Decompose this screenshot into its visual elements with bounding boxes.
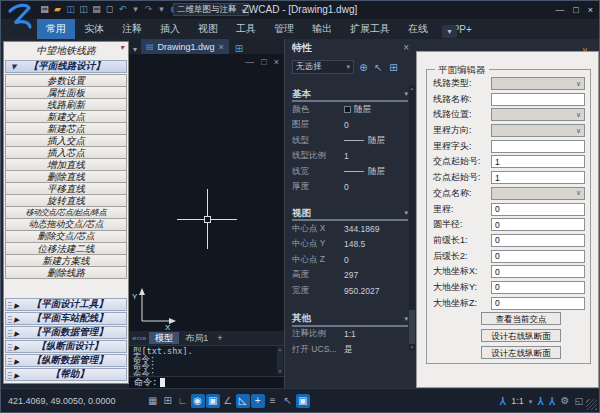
property-row[interactable]: 中心点 X 344.1869 xyxy=(285,221,416,237)
scrollbar-thumb[interactable] xyxy=(409,310,415,344)
property-row[interactable]: 中心点 Y 148.5 xyxy=(285,237,416,253)
property-row[interactable]: 高度 297 xyxy=(285,268,416,284)
field-control[interactable]: 0 ∨ xyxy=(491,297,585,310)
workspace-select[interactable]: 二维草图与注释 xyxy=(173,3,249,16)
field-control[interactable]: ∨ xyxy=(491,93,585,106)
mdi-minimize-button[interactable]: — xyxy=(245,57,254,67)
editor-button[interactable]: 查看当前交点 xyxy=(481,312,561,325)
command-scrollbar[interactable]: ▴▾ xyxy=(277,347,283,374)
ribbon-more-button[interactable] xyxy=(442,25,457,38)
panel-collapse-icon[interactable] xyxy=(579,39,591,51)
close-button[interactable]: × xyxy=(588,5,593,15)
field-control[interactable]: 1 ∨ xyxy=(491,155,585,168)
dynamic-input-icon[interactable]: + xyxy=(251,394,265,408)
property-row[interactable]: 宽度 950.2027 xyxy=(285,283,416,299)
editor-button[interactable]: 设计左线纵断面 xyxy=(481,346,561,359)
tab-list-icon[interactable] xyxy=(129,38,141,56)
field-control[interactable]: ∨ xyxy=(491,108,585,121)
field-control[interactable]: ∨ xyxy=(491,140,585,153)
print-icon[interactable]: ▤ xyxy=(91,3,102,16)
undo-caret-icon[interactable]: ▾ xyxy=(130,3,141,16)
field-control[interactable]: 0 ∨ xyxy=(491,203,585,216)
field-control[interactable]: ∨ xyxy=(491,187,585,200)
command-input[interactable]: 命令: xyxy=(129,376,284,388)
redo-caret-icon[interactable]: ▾ xyxy=(156,3,167,16)
ribbon-tab[interactable]: 输出 xyxy=(303,19,341,39)
section-basic-header[interactable]: 基本 xyxy=(292,88,408,102)
field-control[interactable]: ∨ xyxy=(491,77,585,90)
property-row[interactable]: 注释比例 1:1 xyxy=(285,327,416,343)
command-history[interactable]: 型[txt.shx].命令:命令:命令: xyxy=(129,345,284,376)
property-row[interactable]: 打开 UCS... 是 xyxy=(285,342,416,358)
ribbon-tab[interactable]: 常用 xyxy=(37,19,75,39)
ribbon-tab[interactable]: 插入 xyxy=(151,19,189,39)
section-plane-alignment-design[interactable]: 【平面线路设计】 xyxy=(5,60,127,73)
palette-button[interactable]: 删除线路 xyxy=(5,266,127,279)
chevron-down-icon[interactable] xyxy=(529,396,533,406)
settings-gear-icon[interactable] xyxy=(561,395,570,406)
minimize-button[interactable]: — xyxy=(555,5,564,15)
annotation-autoscale-icon[interactable] xyxy=(549,395,556,406)
grid-snap-icon[interactable]: ⊞ xyxy=(161,394,175,408)
property-row[interactable]: 线宽 随层 xyxy=(285,164,416,180)
section-other-header[interactable]: 其他 xyxy=(292,313,408,327)
selection-dropdown[interactable]: 无选择 xyxy=(292,60,354,74)
collapsed-section[interactable]: 【平面数据管理】 xyxy=(5,326,127,339)
resize-grip[interactable] xyxy=(586,399,597,410)
field-control[interactable]: 0 ∨ xyxy=(491,281,585,294)
property-row[interactable]: 线型比例 1 xyxy=(285,149,416,165)
collapsed-section[interactable]: 【平面设计工具】 xyxy=(5,298,127,311)
properties-close-icon[interactable] xyxy=(403,42,409,53)
mdi-restore-button[interactable]: □ xyxy=(261,57,266,67)
undo-icon[interactable]: ↶ xyxy=(117,3,128,16)
property-row[interactable]: 线型 随层 xyxy=(285,133,416,149)
ribbon-tab[interactable]: 工具 xyxy=(227,19,265,39)
ribbon-tab[interactable]: 管理 xyxy=(265,19,303,39)
tab-close-icon[interactable] xyxy=(219,42,224,52)
selection-cycling-icon[interactable]: ↖ xyxy=(281,394,295,408)
drawing-canvas[interactable]: Drawing1.dwg — □ × Y X xyxy=(129,39,284,388)
collapsed-section[interactable]: 【纵断数据管理】 xyxy=(5,354,127,367)
quick-select-icon[interactable]: ⊞ xyxy=(387,61,400,74)
property-row[interactable]: 厚度 0 xyxy=(285,180,416,196)
new-drawing-icon[interactable] xyxy=(235,38,243,56)
collapsed-section[interactable]: 【平面车站配线】 xyxy=(5,312,127,325)
redo-icon[interactable]: ↷ xyxy=(143,3,154,16)
ribbon-tab[interactable]: 注释 xyxy=(113,19,151,39)
field-control[interactable]: 0 ∨ xyxy=(491,250,585,263)
object-snap-icon[interactable]: ▣ xyxy=(206,394,220,408)
polar-tracking-icon[interactable]: ◉ xyxy=(191,394,205,408)
field-control[interactable]: ∨ xyxy=(491,124,585,137)
ortho-icon[interactable]: ∟ xyxy=(176,394,190,408)
document-tab[interactable]: Drawing1.dwg xyxy=(141,39,229,54)
grid-icon[interactable]: ▦ xyxy=(146,394,160,408)
pickadd-toggle-icon[interactable]: ⊕ xyxy=(357,61,370,74)
save-as-icon[interactable]: ◫ xyxy=(78,3,89,16)
dynamic-ucs-icon[interactable]: ◺ xyxy=(236,394,250,408)
new-file-icon[interactable]: ▤ xyxy=(39,3,50,16)
save-icon[interactable]: ◫ xyxy=(65,3,76,16)
mdi-close-button[interactable]: × xyxy=(274,57,279,67)
tab-layout1[interactable]: 布局1 xyxy=(182,332,211,345)
fullscreen-icon[interactable] xyxy=(574,396,583,406)
property-row[interactable]: 图层 0 xyxy=(285,118,416,134)
section-view-header[interactable]: 视图 xyxy=(292,207,408,221)
lineweight-icon[interactable]: ≡ xyxy=(266,394,280,408)
palette-menu-icon[interactable] xyxy=(117,43,127,53)
property-row[interactable]: 中心点 Z 0 xyxy=(285,252,416,268)
tab-model[interactable]: 模型 xyxy=(149,332,179,344)
collapsed-section[interactable]: 【纵断面设计】 xyxy=(5,340,127,353)
property-row[interactable]: 颜色 随层 xyxy=(285,102,416,118)
annotation-scale-icon[interactable] xyxy=(499,395,506,406)
annotation-visibility-icon[interactable] xyxy=(537,395,544,406)
open-folder-icon[interactable]: ▰ xyxy=(52,3,63,16)
ribbon-tab[interactable]: 在线 xyxy=(399,19,437,39)
field-control[interactable]: 0 ∨ xyxy=(491,234,585,247)
field-control[interactable]: 0 ∨ xyxy=(491,265,585,278)
add-layout-button[interactable]: + xyxy=(214,333,225,343)
field-control[interactable]: 0 ∨ xyxy=(491,218,585,231)
last-layout-icon[interactable]: » xyxy=(142,334,146,343)
object-tracking-icon[interactable]: ∠ xyxy=(221,394,235,408)
preview-icon[interactable]: ◻ xyxy=(104,3,115,16)
collapsed-section[interactable]: 【帮助】 xyxy=(5,368,127,381)
